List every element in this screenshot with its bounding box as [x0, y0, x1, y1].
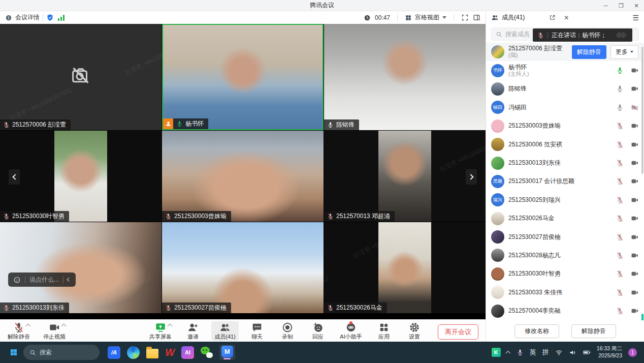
prev-page-arrow[interactable] — [9, 169, 20, 185]
start-button[interactable] — [5, 344, 22, 361]
network-signal-icon[interactable] — [58, 15, 65, 21]
divider — [25, 276, 25, 283]
member-row[interactable]: 2512530026马金 — [486, 209, 644, 228]
member-row[interactable]: 思颖 2512530017 会计徐思颖 — [486, 172, 644, 191]
member-row[interactable]: 锡田 冯锡田 — [486, 98, 644, 116]
clock-date[interactable]: 16:33 周二 2025/9/23 — [597, 345, 622, 359]
notification-badge[interactable]: 1 — [628, 348, 637, 357]
video-tile-zengshuyu[interactable]: 2512530003曾姝瑜 — [162, 131, 324, 222]
taskbar-app-jianying-icon[interactable]: /A — [108, 346, 120, 359]
video-tile-yangshuhuai-speaking[interactable]: 杨书怀 — [162, 24, 324, 130]
record-button[interactable]: 录制 — [275, 321, 300, 341]
divider — [397, 14, 398, 21]
avatar — [491, 45, 504, 58]
meeting-toolbar: 会议详情 00:47 宫格视图 — [0, 11, 486, 24]
member-row-host[interactable]: 书怀 杨书怀(主持人) — [486, 61, 644, 79]
leave-meeting-button[interactable]: 离开会议 — [438, 324, 478, 340]
close-panel-icon[interactable]: ✕ — [564, 14, 569, 21]
meeting-timer: 00:47 — [375, 14, 390, 21]
ai-assistant-button[interactable]: AI小助手 — [336, 321, 366, 341]
close-button[interactable]: ✕ — [629, 0, 644, 11]
unmute-button[interactable]: 解除静音 — [5, 321, 33, 341]
meeting-logo-watermark — [617, 32, 628, 39]
member-row[interactable]: 瑞兴 2512530025刘瑞兴 — [486, 191, 644, 209]
taskbar-search-input[interactable]: 搜索 — [23, 345, 100, 360]
chat-input-placeholder[interactable]: 说点什么... — [29, 276, 59, 284]
popout-icon[interactable] — [549, 14, 556, 21]
info-icon — [5, 14, 12, 21]
hidden-icons-chevron[interactable] — [505, 350, 510, 355]
chat-button[interactable]: 聊天 — [245, 321, 269, 341]
members-button[interactable]: 成员(41) — [211, 321, 239, 341]
video-tile-chenmingfeng[interactable]: 陈铭锋 — [324, 24, 486, 130]
view-mode-label: 宫格视图 — [415, 13, 439, 22]
battery-icon[interactable] — [583, 348, 591, 356]
video-tile-majin[interactable]: 2512530026马金 — [324, 222, 486, 313]
members-panel: 成员(41) ✕ ☰ 搜索成员 正在讲话：杨书怀； 2512570006 彭滢萱… — [486, 11, 644, 342]
menu-icon[interactable]: ☰ — [632, 14, 639, 22]
taskbar-app-edge-icon[interactable] — [127, 346, 140, 359]
fullscreen-icon[interactable] — [461, 14, 469, 21]
member-row[interactable]: 2512530028杨志凡 — [486, 246, 644, 264]
gear-icon — [409, 322, 420, 333]
layout-panel-icon[interactable] — [473, 14, 480, 21]
invite-button[interactable]: 邀请 — [181, 321, 205, 341]
chevron-up-icon[interactable] — [26, 324, 31, 329]
minimize-button[interactable]: ─ — [598, 0, 614, 11]
member-row[interactable]: 2512530013刘东佳 — [486, 154, 644, 172]
mic-muted-icon — [3, 122, 10, 128]
avatar — [491, 230, 504, 244]
view-mode-dropdown[interactable]: 宫格视图 — [405, 13, 446, 22]
taskbar-app-file-explorer-icon[interactable] — [146, 349, 158, 358]
member-row[interactable]: 陈铭锋 — [486, 80, 644, 98]
ime-language-indicator[interactable]: 英 — [530, 348, 536, 357]
video-tile-miaojunnan[interactable]: 2512530027苗俊楠 — [162, 222, 324, 313]
taskbar-app-tencent-meeting-icon[interactable]: M — [219, 345, 235, 360]
video-tile-yezhiyong[interactable]: 2512530030叶智勇 — [0, 131, 162, 222]
share-screen-button[interactable]: 共享屏幕 — [146, 321, 175, 341]
tray-kdocs-icon[interactable]: K — [492, 348, 501, 357]
member-row[interactable]: 2512530006 范安祺 — [486, 135, 644, 154]
wifi-icon[interactable] — [555, 349, 563, 356]
taskbar-app-ai-icon[interactable]: AI — [181, 346, 194, 359]
meeting-details-button[interactable]: 会议详情 — [5, 13, 40, 22]
video-tile-pengyingxuan[interactable]: 2512570006 彭滢萱 — [0, 24, 162, 130]
camera-on-icon — [631, 85, 638, 93]
quick-chat-bubble[interactable]: 说点什么... — [8, 273, 76, 287]
mic-active-icon — [616, 67, 624, 74]
avatar: 瑞兴 — [491, 193, 504, 206]
chevron-up-icon[interactable] — [61, 324, 67, 329]
scrollbar[interactable] — [641, 47, 643, 174]
stop-video-button[interactable]: 停止视频 — [41, 321, 68, 341]
unmute-member-button[interactable]: 解除静音 — [572, 45, 606, 59]
reactions-button[interactable]: 回应 — [306, 321, 330, 341]
ime-mode-indicator[interactable]: 拼 — [542, 348, 549, 357]
member-row[interactable]: 2512570004李奕融 — [486, 301, 644, 320]
video-tile-liudongjia[interactable]: 2512530013刘东佳 — [0, 222, 162, 313]
camera-on-icon — [631, 215, 638, 222]
member-row[interactable]: 2512530027苗俊楠 — [486, 228, 644, 246]
member-row[interactable]: 2512530003曾姝瑜 — [486, 117, 644, 135]
more-button[interactable]: 更多 — [610, 45, 638, 59]
chevron-down-icon — [442, 16, 446, 19]
emoji-icon[interactable] — [13, 276, 21, 284]
next-page-arrow[interactable] — [466, 169, 477, 185]
tray-mic-icon[interactable] — [517, 349, 524, 356]
speaker-icon[interactable] — [569, 349, 576, 356]
member-row[interactable]: 2512530033 朱佳伟 — [486, 283, 644, 301]
apps-button[interactable]: 应用 — [372, 321, 396, 341]
security-shield-icon[interactable] — [46, 14, 54, 21]
maximize-button[interactable]: ❐ — [614, 0, 629, 11]
unmute-all-button[interactable]: 解除静音 — [571, 324, 616, 338]
collapse-chevron-icon[interactable] — [67, 278, 71, 282]
video-tile-dengchaoyong[interactable]: 2512570013 邓超涌 — [324, 131, 486, 222]
member-row-me[interactable]: 2512570006 彭滢萱(我) 解除静音 更多 — [486, 43, 644, 61]
rename-button[interactable]: 修改名称 — [514, 324, 559, 338]
chevron-up-icon[interactable] — [168, 324, 173, 329]
taskbar-app-wps-icon[interactable]: W — [165, 347, 175, 358]
member-row[interactable]: 2512530030叶智勇 — [486, 265, 644, 283]
members-list: 2512570006 彭滢萱(我) 解除静音 更多 书怀 杨书怀(主持人) 陈铭… — [486, 43, 644, 320]
mic-muted-icon — [327, 213, 334, 220]
settings-button[interactable]: 设置 — [402, 321, 427, 341]
taskbar-app-wechat-icon[interactable] — [201, 347, 213, 358]
